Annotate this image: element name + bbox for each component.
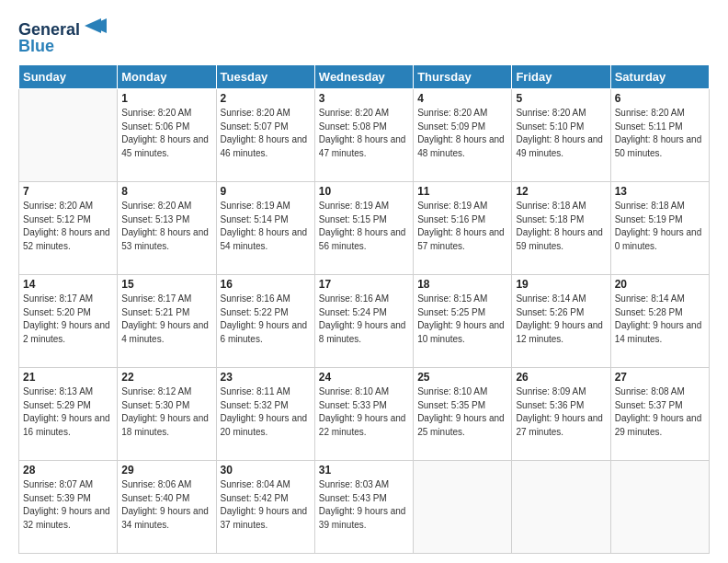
day-info: Sunrise: 8:10 AMSunset: 5:33 PMDaylight:… xyxy=(319,385,409,439)
day-number: 10 xyxy=(319,185,409,198)
day-info: Sunrise: 8:20 AMSunset: 5:13 PMDaylight:… xyxy=(121,200,211,253)
calendar-cell: 31Sunrise: 8:03 AMSunset: 5:43 PMDayligh… xyxy=(314,461,413,554)
calendar-cell: 18Sunrise: 8:15 AMSunset: 5:25 PMDayligh… xyxy=(414,275,512,368)
day-number: 25 xyxy=(417,371,507,384)
calendar-cell: 24Sunrise: 8:10 AMSunset: 5:33 PMDayligh… xyxy=(314,368,413,461)
page: General Blue SundayMondayTuesdayWednesda… xyxy=(0,0,728,563)
day-number: 9 xyxy=(221,185,311,198)
weekday-header-tuesday: Tuesday xyxy=(216,65,314,89)
day-number: 3 xyxy=(319,92,409,105)
day-number: 27 xyxy=(615,371,705,384)
calendar-cell: 15Sunrise: 8:17 AMSunset: 5:21 PMDayligh… xyxy=(118,275,216,368)
day-number: 22 xyxy=(121,371,211,384)
weekday-header-row: SundayMondayTuesdayWednesdayThursdayFrid… xyxy=(19,65,710,89)
day-number: 5 xyxy=(516,92,606,105)
day-info: Sunrise: 8:09 AMSunset: 5:36 PMDaylight:… xyxy=(516,385,606,439)
calendar-cell: 25Sunrise: 8:10 AMSunset: 5:35 PMDayligh… xyxy=(414,368,512,461)
day-number: 17 xyxy=(319,278,409,291)
day-info: Sunrise: 8:15 AMSunset: 5:25 PMDaylight:… xyxy=(417,293,507,346)
day-info: Sunrise: 8:20 AMSunset: 5:08 PMDaylight:… xyxy=(319,107,409,160)
weekday-header-sunday: Sunday xyxy=(19,65,118,89)
header: General Blue xyxy=(18,17,710,57)
calendar-cell: 14Sunrise: 8:17 AMSunset: 5:20 PMDayligh… xyxy=(19,275,118,368)
day-number: 28 xyxy=(23,464,113,477)
calendar-cell: 21Sunrise: 8:13 AMSunset: 5:29 PMDayligh… xyxy=(19,368,118,461)
day-info: Sunrise: 8:06 AMSunset: 5:40 PMDaylight:… xyxy=(121,478,211,532)
day-number: 15 xyxy=(121,278,211,291)
day-number: 12 xyxy=(516,185,606,198)
day-number: 16 xyxy=(221,278,311,291)
calendar-cell xyxy=(19,89,118,182)
calendar-cell: 22Sunrise: 8:12 AMSunset: 5:30 PMDayligh… xyxy=(118,368,216,461)
day-info: Sunrise: 8:19 AMSunset: 5:16 PMDaylight:… xyxy=(417,200,507,253)
day-number: 18 xyxy=(417,278,507,291)
day-number: 2 xyxy=(221,92,311,105)
day-number: 31 xyxy=(319,464,409,477)
day-info: Sunrise: 8:18 AMSunset: 5:19 PMDaylight:… xyxy=(615,200,705,253)
week-row-4: 21Sunrise: 8:13 AMSunset: 5:29 PMDayligh… xyxy=(19,368,710,461)
calendar-cell: 7Sunrise: 8:20 AMSunset: 5:12 PMDaylight… xyxy=(19,182,118,275)
calendar-cell: 6Sunrise: 8:20 AMSunset: 5:11 PMDaylight… xyxy=(610,89,709,182)
calendar-cell: 26Sunrise: 8:09 AMSunset: 5:36 PMDayligh… xyxy=(512,368,610,461)
week-row-5: 28Sunrise: 8:07 AMSunset: 5:39 PMDayligh… xyxy=(19,461,710,554)
day-info: Sunrise: 8:14 AMSunset: 5:26 PMDaylight:… xyxy=(516,293,606,346)
day-info: Sunrise: 8:07 AMSunset: 5:39 PMDaylight:… xyxy=(23,478,113,532)
logo: General Blue xyxy=(18,17,119,57)
day-number: 13 xyxy=(615,185,705,198)
day-number: 4 xyxy=(417,92,507,105)
calendar: SundayMondayTuesdayWednesdayThursdayFrid… xyxy=(18,64,710,554)
day-info: Sunrise: 8:08 AMSunset: 5:37 PMDaylight:… xyxy=(615,385,705,439)
day-info: Sunrise: 8:18 AMSunset: 5:18 PMDaylight:… xyxy=(516,200,606,253)
day-info: Sunrise: 8:20 AMSunset: 5:07 PMDaylight:… xyxy=(221,107,311,160)
day-number: 6 xyxy=(615,92,705,105)
calendar-cell xyxy=(610,461,709,554)
calendar-cell xyxy=(512,461,610,554)
calendar-cell: 4Sunrise: 8:20 AMSunset: 5:09 PMDaylight… xyxy=(414,89,512,182)
day-number: 30 xyxy=(221,464,311,477)
calendar-cell: 3Sunrise: 8:20 AMSunset: 5:08 PMDaylight… xyxy=(314,89,413,182)
day-number: 21 xyxy=(23,371,113,384)
day-info: Sunrise: 8:16 AMSunset: 5:24 PMDaylight:… xyxy=(319,293,409,346)
day-info: Sunrise: 8:16 AMSunset: 5:22 PMDaylight:… xyxy=(221,293,311,346)
calendar-cell: 30Sunrise: 8:04 AMSunset: 5:42 PMDayligh… xyxy=(216,461,314,554)
day-info: Sunrise: 8:14 AMSunset: 5:28 PMDaylight:… xyxy=(615,293,705,346)
day-info: Sunrise: 8:19 AMSunset: 5:14 PMDaylight:… xyxy=(221,200,311,253)
day-number: 7 xyxy=(23,185,113,198)
calendar-cell: 1Sunrise: 8:20 AMSunset: 5:06 PMDaylight… xyxy=(118,89,216,182)
calendar-cell: 12Sunrise: 8:18 AMSunset: 5:18 PMDayligh… xyxy=(512,182,610,275)
calendar-cell: 10Sunrise: 8:19 AMSunset: 5:15 PMDayligh… xyxy=(314,182,413,275)
calendar-cell: 8Sunrise: 8:20 AMSunset: 5:13 PMDaylight… xyxy=(118,182,216,275)
day-info: Sunrise: 8:19 AMSunset: 5:15 PMDaylight:… xyxy=(319,200,409,253)
day-info: Sunrise: 8:10 AMSunset: 5:35 PMDaylight:… xyxy=(417,385,507,439)
calendar-cell: 11Sunrise: 8:19 AMSunset: 5:16 PMDayligh… xyxy=(414,182,512,275)
day-info: Sunrise: 8:03 AMSunset: 5:43 PMDaylight:… xyxy=(319,478,409,532)
day-info: Sunrise: 8:13 AMSunset: 5:29 PMDaylight:… xyxy=(23,385,113,439)
day-number: 23 xyxy=(221,371,311,384)
day-number: 1 xyxy=(121,92,211,105)
day-info: Sunrise: 8:20 AMSunset: 5:10 PMDaylight:… xyxy=(516,107,606,160)
weekday-header-wednesday: Wednesday xyxy=(314,65,413,89)
calendar-cell xyxy=(414,461,512,554)
day-info: Sunrise: 8:04 AMSunset: 5:42 PMDaylight:… xyxy=(221,478,311,532)
calendar-cell: 2Sunrise: 8:20 AMSunset: 5:07 PMDaylight… xyxy=(216,89,314,182)
calendar-cell: 27Sunrise: 8:08 AMSunset: 5:37 PMDayligh… xyxy=(610,368,709,461)
calendar-cell: 28Sunrise: 8:07 AMSunset: 5:39 PMDayligh… xyxy=(19,461,118,554)
day-info: Sunrise: 8:20 AMSunset: 5:11 PMDaylight:… xyxy=(615,107,705,160)
day-info: Sunrise: 8:20 AMSunset: 5:09 PMDaylight:… xyxy=(417,107,507,160)
weekday-header-friday: Friday xyxy=(512,65,610,89)
day-info: Sunrise: 8:12 AMSunset: 5:30 PMDaylight:… xyxy=(121,385,211,439)
svg-text:General: General xyxy=(18,20,80,39)
logo-svg: General Blue xyxy=(18,17,119,57)
day-info: Sunrise: 8:11 AMSunset: 5:32 PMDaylight:… xyxy=(221,385,311,439)
day-info: Sunrise: 8:17 AMSunset: 5:21 PMDaylight:… xyxy=(121,293,211,346)
day-number: 14 xyxy=(23,278,113,291)
calendar-cell: 23Sunrise: 8:11 AMSunset: 5:32 PMDayligh… xyxy=(216,368,314,461)
week-row-3: 14Sunrise: 8:17 AMSunset: 5:20 PMDayligh… xyxy=(19,275,710,368)
day-info: Sunrise: 8:20 AMSunset: 5:06 PMDaylight:… xyxy=(121,107,211,160)
calendar-cell: 17Sunrise: 8:16 AMSunset: 5:24 PMDayligh… xyxy=(314,275,413,368)
weekday-header-monday: Monday xyxy=(118,65,216,89)
weekday-header-saturday: Saturday xyxy=(610,65,709,89)
day-number: 26 xyxy=(516,371,606,384)
day-number: 8 xyxy=(121,185,211,198)
week-row-2: 7Sunrise: 8:20 AMSunset: 5:12 PMDaylight… xyxy=(19,182,710,275)
